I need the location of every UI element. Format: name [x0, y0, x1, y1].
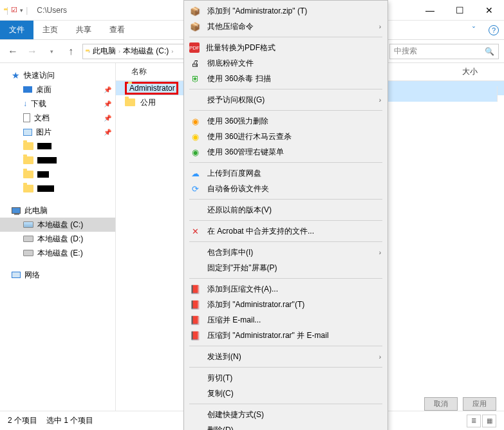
menu-baidu-upload[interactable]: ☁上传到百度网盘	[184, 165, 387, 181]
picture-icon	[23, 129, 32, 136]
menu-separator	[189, 37, 382, 37]
rar-icon: 📕	[189, 330, 201, 341]
menu-separator	[189, 241, 382, 242]
history-dropdown-icon[interactable]: ▾	[44, 44, 59, 59]
menu-separator	[189, 367, 382, 368]
qat-check-icon[interactable]: ☑	[11, 6, 17, 14]
details-view-button[interactable]: ≣	[467, 415, 481, 427]
crumb-drive[interactable]: 本地磁盘 (C:)	[123, 46, 169, 57]
rar-icon: 📕	[189, 283, 201, 295]
disk-icon	[23, 236, 33, 242]
sidebar-downloads[interactable]: ↓下载📌	[0, 97, 115, 111]
menu-shred[interactable]: 🖨彻底粉碎文件	[184, 55, 387, 71]
view-buttons: ≣ ▦	[467, 415, 496, 427]
menu-separator	[189, 110, 382, 111]
folder-icon	[23, 156, 33, 164]
help-icon[interactable]: ?	[489, 25, 499, 35]
pin-icon: 📌	[104, 100, 111, 108]
chevron-right-icon[interactable]: ›	[118, 48, 120, 55]
sidebar-documents[interactable]: 文档📌	[0, 111, 115, 125]
search-box[interactable]: 中搜索 🔍	[389, 44, 499, 59]
folder-icon	[23, 185, 33, 192]
sidebar-quick-access[interactable]: ★快速访问	[0, 68, 115, 82]
close-button[interactable]: ✕	[474, 0, 504, 21]
menu-separator	[189, 404, 382, 404]
up-button[interactable]: ↑	[63, 44, 79, 59]
icons-view-button[interactable]: ▦	[482, 415, 496, 427]
menu-360-scan[interactable]: ⛨使用 360杀毒 扫描	[184, 71, 387, 86]
menu-send-to[interactable]: 发送到(N)›	[184, 349, 387, 364]
qat-sep: |	[6, 6, 8, 15]
pin-icon: 📌	[104, 129, 111, 136]
disk-icon	[23, 250, 33, 256]
pdf-icon: PDF	[189, 42, 200, 53]
sidebar-folder[interactable]	[0, 153, 115, 167]
menu-create-shortcut[interactable]: 创建快捷方式(S)	[184, 407, 387, 422]
archive-icon: 📦	[189, 5, 201, 17]
submenu-arrow-icon: ›	[379, 249, 381, 256]
menu-separator	[189, 199, 382, 200]
crumb-thispc[interactable]: 此电脑	[93, 46, 116, 57]
submenu-arrow-icon: ›	[379, 23, 381, 30]
back-button[interactable]: ←	[5, 44, 21, 59]
folder-icon	[125, 98, 135, 106]
tab-home[interactable]: 主页	[33, 21, 67, 39]
menu-grant-access[interactable]: 授予访问权限(G)›	[184, 92, 387, 108]
chevron-right-icon[interactable]: ›	[171, 48, 173, 55]
menu-acrobat-combine[interactable]: ✕在 Acrobat 中合并支持的文件...	[184, 223, 387, 239]
sidebar-pictures[interactable]: 图片📌	[0, 125, 115, 139]
nav-sidebar: ★快速访问 桌面📌 ↓下载📌 文档📌 图片📌 此电脑 本地磁盘 (C:) 本地磁…	[0, 63, 116, 420]
menu-copy[interactable]: 复制(C)	[184, 386, 387, 401]
tab-view[interactable]: 查看	[100, 21, 134, 39]
menu-auto-backup[interactable]: ⟳自动备份该文件夹	[184, 181, 387, 196]
document-icon	[23, 113, 30, 122]
highlight-box: Administrator	[125, 82, 178, 95]
360-icon: ◉	[189, 131, 201, 142]
sidebar-drive-c[interactable]: 本地磁盘 (C:)	[0, 218, 115, 232]
tab-file[interactable]: 文件	[0, 21, 33, 39]
menu-360-force-delete[interactable]: ◉使用 360强力删除	[184, 113, 387, 129]
sidebar-folder[interactable]	[0, 167, 115, 182]
hidden-btn-b[interactable]: 应用	[463, 397, 496, 411]
pc-icon	[12, 207, 21, 214]
ribbon-expand-icon[interactable]: ˇ	[464, 21, 483, 39]
folder-icon	[23, 142, 33, 150]
menu-add-to-rar[interactable]: 📕添加到 "Administrator.rar"(T)	[184, 297, 387, 312]
menu-include-library[interactable]: 包含到库中(I)›	[184, 245, 387, 260]
sidebar-this-pc[interactable]: 此电脑	[0, 203, 115, 218]
menu-cut[interactable]: 剪切(T)	[184, 370, 387, 386]
menu-separator	[189, 346, 382, 346]
minimize-button[interactable]: —	[415, 0, 445, 21]
network-icon	[12, 272, 21, 278]
menu-add-to-archive[interactable]: 📕添加到压缩文件(A)...	[184, 281, 387, 297]
menu-delete[interactable]: 删除(D)	[184, 422, 387, 430]
menu-compress-rar-email[interactable]: 📕压缩到 "Administrator.rar" 并 E-mail	[184, 328, 387, 343]
submenu-arrow-icon: ›	[379, 97, 381, 104]
menu-other-compress[interactable]: 📦其他压缩命令›	[184, 19, 387, 34]
sidebar-drive-e[interactable]: 本地磁盘 (E:)	[0, 246, 115, 260]
maximize-button[interactable]: ☐	[445, 0, 474, 21]
menu-add-to-zip[interactable]: 📦添加到 "Administrator.zip" (T)	[184, 3, 387, 19]
tab-share[interactable]: 共享	[67, 21, 100, 39]
menu-compress-email[interactable]: 📕压缩并 E-mail...	[184, 312, 387, 328]
sidebar-folder[interactable]	[0, 182, 115, 196]
col-size[interactable]: 大小	[456, 66, 504, 77]
qat: | ☑ ▾ |	[0, 6, 32, 15]
qat-dropdown-icon[interactable]: ▾	[20, 7, 23, 14]
menu-pin-to-start[interactable]: 固定到"开始"屏幕(P)	[184, 260, 387, 276]
search-placeholder: 中搜索	[394, 46, 417, 57]
dialog-hidden-buttons: 取消 应用	[424, 397, 496, 411]
sidebar-folder[interactable]	[0, 139, 115, 153]
menu-360-trojan[interactable]: ◉使用 360进行木马云查杀	[184, 129, 387, 144]
sidebar-drive-d[interactable]: 本地磁盘 (D:)	[0, 232, 115, 246]
acrobat-icon: ✕	[189, 225, 201, 237]
menu-360-ctxmgr[interactable]: ◉使用 360管理右键菜单	[184, 144, 387, 160]
menu-pdf-batch[interactable]: PDF批量转换为PDF格式	[184, 40, 387, 55]
shield-icon: ⛨	[189, 73, 201, 84]
hidden-btn-a[interactable]: 取消	[424, 397, 458, 411]
search-icon[interactable]: 🔍	[485, 47, 494, 56]
sidebar-desktop[interactable]: 桌面📌	[0, 82, 115, 97]
menu-restore-versions[interactable]: 还原以前的版本(V)	[184, 202, 387, 218]
sidebar-network[interactable]: 网络	[0, 268, 115, 282]
forward-button[interactable]: →	[24, 44, 40, 59]
